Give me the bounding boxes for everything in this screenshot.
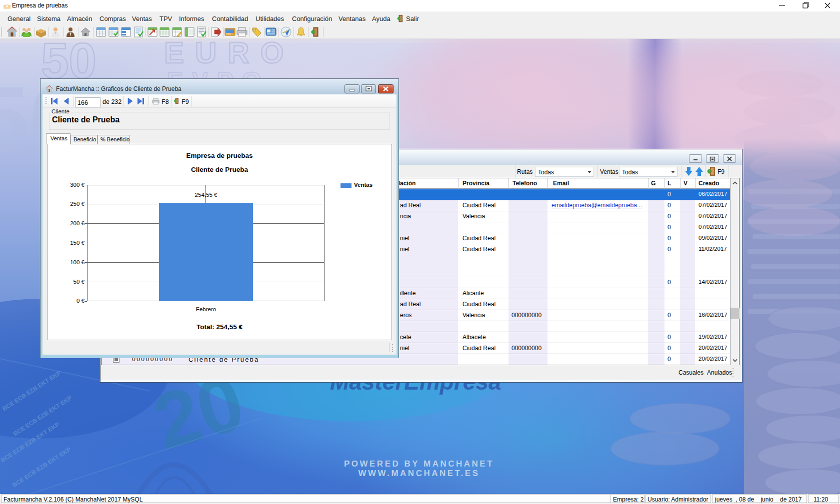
svg-text:EURO: EURO xyxy=(164,39,294,69)
svg-text:POWERED BY MANCHANET: POWERED BY MANCHANET xyxy=(344,459,494,469)
svg-text:WWW.MANCHANET.ES: WWW.MANCHANET.ES xyxy=(358,469,480,478)
